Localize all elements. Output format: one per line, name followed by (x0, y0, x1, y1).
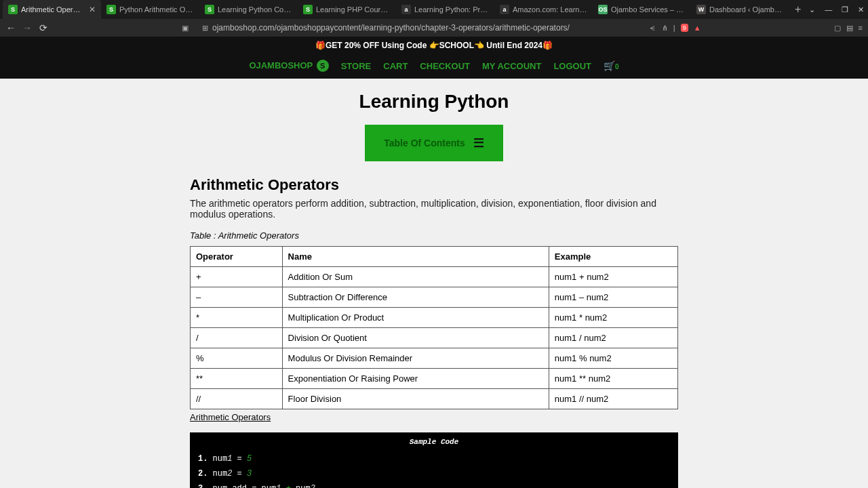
browser-tab[interactable]: SArithmetic Operators -✕ (3, 0, 101, 19)
table-cell: Exponentiation Or Raising Power (282, 369, 549, 389)
col-operator: Operator (191, 247, 283, 267)
table-cell: + (191, 267, 283, 287)
tab-favicon-icon: S (205, 5, 214, 14)
table-row: *Multiplication Or Productnum1 * num2 (191, 308, 678, 328)
browser-tab[interactable]: aLearning Python: Program (396, 0, 494, 19)
tab-close-icon[interactable]: ✕ (89, 5, 96, 14)
bookmarks-icon[interactable]: ▤ (846, 24, 853, 33)
tab-title: Ojambo Services – For Indi (611, 5, 686, 14)
table-cell: num1 + num2 (549, 267, 677, 287)
shield-badge[interactable]: 9 (681, 24, 688, 32)
window-minimize-icon[interactable]: — (822, 4, 835, 16)
tab-favicon-icon: a (401, 5, 411, 14)
operators-table: Operator Name Example +Addition Or Sumnu… (190, 246, 678, 409)
cart-icon[interactable]: 🛒0 (604, 60, 619, 71)
tab-favicon-icon: S (303, 5, 313, 14)
table-row: //Floor Divisionnum1 // num2 (191, 389, 678, 409)
toc-button[interactable]: Table Of Contents ☰ (365, 125, 503, 161)
table-cell: – (191, 287, 283, 308)
table-cell: / (191, 328, 283, 348)
tab-bar: SArithmetic Operators -✕SPython Arithmet… (0, 0, 868, 19)
url-text: ojamboshop.com/ojamboshoppaycontent/lear… (212, 23, 570, 33)
table-cell: num1 // num2 (549, 389, 677, 409)
table-caption: Table : Arithmetic Operators (190, 230, 678, 241)
rss-icon[interactable]: ⋔ (662, 24, 668, 33)
table-cell: Modulus Or Division Remainder (282, 348, 549, 369)
nav-my-account[interactable]: MY ACCOUNT (482, 61, 541, 71)
sidebar-icon[interactable]: ▢ (834, 24, 841, 33)
sidebar-toggle-icon[interactable]: ▣ (182, 24, 189, 33)
table-row: %Modulus Or Division Remaindernum1 % num… (191, 348, 678, 369)
share-icon[interactable]: ⪪ (649, 24, 656, 32)
code-block: Sample Code 1. num1 = 52. num2 = 33. num… (190, 432, 678, 488)
window-maximize-icon[interactable]: ❐ (839, 4, 851, 16)
col-example: Example (549, 247, 677, 267)
tab-favicon-icon: a (500, 5, 509, 14)
nav-checkout[interactable]: CHECKOUT (420, 61, 470, 71)
nav-cart[interactable]: CART (383, 61, 408, 71)
table-cell: Subtraction Or Difference (282, 287, 549, 308)
browser-tab[interactable]: SLearning Python Course - (199, 0, 298, 19)
tab-favicon-icon: S (106, 5, 116, 14)
tab-favicon-icon: OS (598, 5, 608, 14)
table-cell: // (191, 389, 283, 409)
back-button[interactable]: ← (5, 22, 16, 33)
code-line: 3. num_add = num1 + num2 (190, 481, 678, 488)
code-line: 2. num2 = 3 (190, 466, 678, 481)
table-row: –Subtraction Or Differencenum1 – num2 (191, 287, 678, 308)
tab-title: Amazon.com: Learning PH (513, 5, 587, 14)
tab-favicon-icon: W (696, 5, 706, 14)
promo-banner: 🎁GET 20% OFF Using Code 👉SCHOOL👈 Until E… (0, 37, 868, 54)
browser-tab[interactable]: SLearning PHP Course - Oja (298, 0, 396, 19)
address-bar[interactable]: ⊞ ojamboshop.com/ojamboshoppaycontent/le… (194, 23, 644, 33)
browser-tab[interactable]: WDashboard ‹ Ojambo — Wo (691, 0, 789, 19)
nav-logout[interactable]: LOGOUT (553, 61, 591, 71)
nav-brand[interactable]: OJAMBOSHOP S (249, 60, 328, 72)
table-cell: ** (191, 369, 283, 389)
toc-label: Table Of Contents (384, 138, 465, 148)
table-footer-link[interactable]: Arithmetic Operators (190, 412, 271, 422)
tab-title: Arithmetic Operators - (21, 5, 83, 14)
reload-button[interactable]: ⟳ (38, 22, 49, 33)
tab-favicon-icon: S (8, 5, 18, 14)
code-line: 1. num1 = 5 (190, 451, 678, 466)
table-cell: Division Or Quotient (282, 328, 549, 348)
section-description: The arithmetic operators perform additio… (190, 198, 678, 220)
table-cell: * (191, 308, 283, 328)
main-nav: OJAMBOSHOP S STORE CART CHECKOUT MY ACCO… (0, 54, 868, 79)
table-cell: num1 / num2 (549, 328, 677, 348)
site-info-icon[interactable]: ⊞ (202, 24, 208, 33)
browser-tab[interactable]: SPython Arithmetic Operato (101, 0, 199, 19)
table-cell: Floor Division (282, 389, 549, 409)
browser-tab[interactable]: OSOjambo Services – For Indi (593, 0, 691, 19)
tab-title: Dashboard ‹ Ojambo — Wo (709, 5, 784, 14)
table-row: +Addition Or Sumnum1 + num2 (191, 267, 678, 287)
table-cell: Multiplication Or Product (282, 308, 549, 328)
page-title: Learning Python (190, 91, 678, 113)
code-title: Sample Code (190, 436, 678, 451)
menu-icon[interactable]: ≡ (859, 24, 863, 32)
table-cell: Addition Or Sum (282, 267, 549, 287)
window-close-icon[interactable]: ✕ (855, 4, 867, 16)
table-cell: % (191, 348, 283, 369)
col-name: Name (282, 247, 549, 267)
hamburger-icon: ☰ (473, 136, 484, 150)
tab-title: Learning Python Course - (218, 5, 292, 14)
tab-title: Python Arithmetic Operato (119, 5, 194, 14)
table-cell: num1 % num2 (549, 348, 677, 369)
nav-store[interactable]: STORE (341, 61, 372, 71)
tab-title: Learning Python: Program (414, 5, 489, 14)
window-dropdown-icon[interactable]: ⌄ (806, 4, 818, 16)
brave-icon[interactable]: ▲ (694, 24, 701, 32)
table-cell: num1 * num2 (549, 308, 677, 328)
browser-tab[interactable]: aAmazon.com: Learning PH (494, 0, 593, 19)
tab-title: Learning PHP Course - Oja (316, 5, 391, 14)
forward-button[interactable]: → (22, 22, 33, 33)
table-row: **Exponentiation Or Raising Powernum1 **… (191, 369, 678, 389)
table-cell: num1 ** num2 (549, 369, 677, 389)
table-cell: num1 – num2 (549, 287, 677, 308)
table-row: /Division Or Quotientnum1 / num2 (191, 328, 678, 348)
divider: | (673, 24, 675, 32)
brand-badge-icon: S (317, 60, 329, 72)
new-tab-button[interactable]: + (789, 3, 806, 16)
